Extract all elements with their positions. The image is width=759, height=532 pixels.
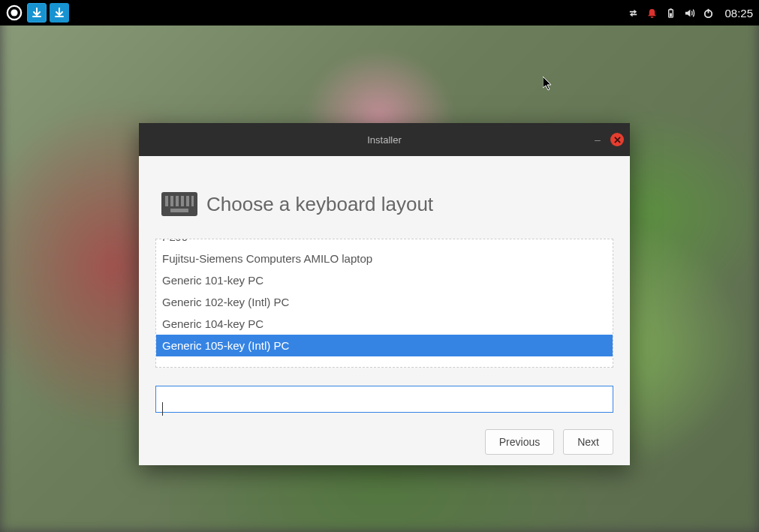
keyboard-test-input[interactable] xyxy=(155,386,613,413)
top-panel: 08:25 xyxy=(0,0,759,26)
download-taskbar-icon[interactable] xyxy=(50,3,69,23)
installer-window: Installer – Choose a keyboard layout FL9… xyxy=(139,123,630,465)
list-item[interactable]: Generic 104-key PC xyxy=(156,313,613,335)
power-icon[interactable] xyxy=(703,8,714,19)
list-item[interactable]: Fujitsu-Siemens Computers AMILO laptop xyxy=(156,248,613,269)
list-item[interactable]: Generic 105-key (Intl) PC xyxy=(156,335,613,356)
installer-taskbar-icon[interactable] xyxy=(27,3,47,23)
svg-point-1 xyxy=(11,9,17,16)
applications-menu-icon[interactable] xyxy=(5,3,24,23)
list-item[interactable]: Generic 102-key (Intl) PC xyxy=(156,291,613,313)
svg-rect-3 xyxy=(670,8,673,10)
window-titlebar[interactable]: Installer – xyxy=(139,123,630,156)
svg-rect-4 xyxy=(670,13,673,17)
window-title: Installer xyxy=(367,134,402,146)
keyboard-icon xyxy=(161,192,197,216)
list-item[interactable]: FL90 xyxy=(156,239,613,248)
clock[interactable]: 08:25 xyxy=(721,7,753,20)
volume-icon[interactable] xyxy=(684,8,695,19)
previous-button[interactable]: Previous xyxy=(485,429,554,455)
text-cursor xyxy=(162,402,163,416)
network-icon[interactable] xyxy=(628,8,639,19)
keyboard-layout-list[interactable]: FL90Fujitsu-Siemens Computers AMILO lapt… xyxy=(155,239,613,368)
notification-icon[interactable] xyxy=(646,8,658,19)
battery-icon[interactable] xyxy=(665,8,676,19)
page-heading: Choose a keyboard layout xyxy=(206,193,433,216)
next-button[interactable]: Next xyxy=(563,429,613,455)
list-item[interactable]: Generic 101-key PC xyxy=(156,269,613,291)
close-button[interactable] xyxy=(610,133,624,146)
minimize-button[interactable]: – xyxy=(591,133,604,146)
